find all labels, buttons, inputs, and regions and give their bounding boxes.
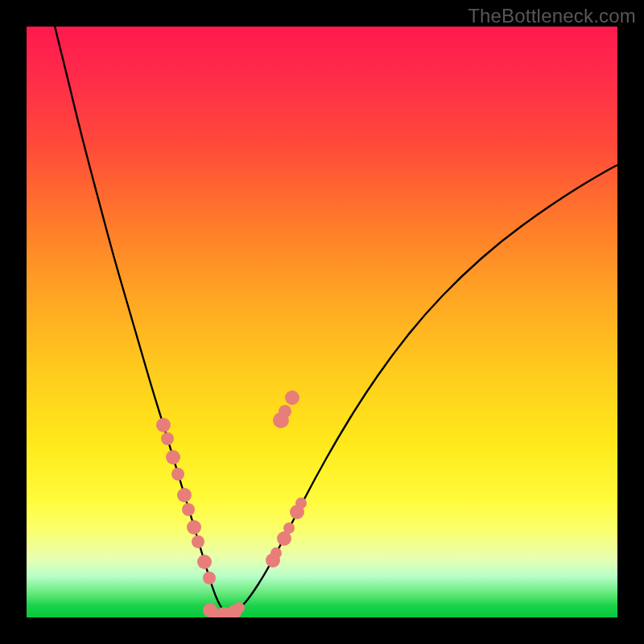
left-curve: [54, 27, 228, 614]
chart-frame: TheBottleneck.com: [0, 0, 644, 644]
data-marker: [197, 555, 212, 569]
data-marker: [283, 522, 295, 534]
data-marker: [156, 418, 171, 432]
data-markers: [156, 390, 307, 617]
right-curve: [228, 165, 617, 614]
data-marker: [295, 497, 307, 509]
data-marker: [279, 405, 291, 418]
curve-layer: [27, 27, 617, 617]
data-marker: [233, 602, 245, 613]
data-marker: [171, 468, 184, 481]
data-marker: [182, 503, 195, 516]
watermark-text: TheBottleneck.com: [468, 5, 636, 27]
plot-area: [27, 27, 617, 617]
data-marker: [166, 450, 180, 464]
data-marker: [192, 535, 204, 548]
data-marker: [187, 520, 201, 535]
data-marker: [285, 390, 299, 405]
data-marker: [161, 432, 174, 445]
data-marker: [270, 547, 282, 559]
data-marker: [177, 488, 192, 502]
data-marker: [203, 572, 216, 584]
